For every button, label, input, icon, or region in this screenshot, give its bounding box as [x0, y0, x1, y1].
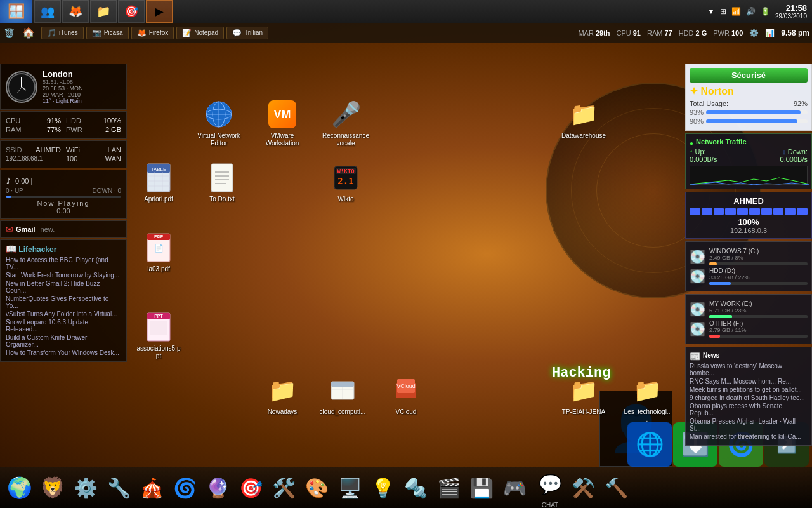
window-firefox[interactable]: 🦊 Firefox	[131, 27, 174, 39]
icon-associations[interactable]: PPT associations5.ppt	[133, 311, 184, 361]
window-picasa[interactable]: 📷 Picasa	[86, 27, 129, 39]
nt-down-value: 0.000B/s	[780, 156, 808, 163]
icon-nowadays[interactable]: 📁 Nowadays	[257, 375, 308, 417]
icon-reconnaissance[interactable]: 🎤 Reconnaissancevocale	[320, 98, 371, 148]
icon-ia03[interactable]: PDF 📄 ia03.pdf	[133, 232, 184, 274]
clock-info: London 51.51, -1.08 20.58.53 · MON 29 MA…	[43, 69, 83, 104]
analog-clock	[6, 71, 37, 103]
gmail-icon: ✉	[6, 224, 13, 234]
news-item-1[interactable]: RNC Says M... Moscow hom... Re...	[690, 378, 808, 385]
news-item-2[interactable]: Meek turns in petitions to get on ballot…	[690, 386, 808, 393]
dock-tools-1[interactable]: ⚒️	[566, 471, 599, 505]
dock-item-11[interactable]: 💡	[366, 471, 399, 505]
lh-item-3[interactable]: NumberQuotes Gives Perspective to Yo...	[6, 295, 121, 309]
dock-item-12[interactable]: 🔩	[399, 471, 432, 505]
start-button[interactable]: 🪟	[0, 0, 32, 23]
lh-item-4[interactable]: vSubst Turns Any Folder into a Virtual..…	[6, 311, 121, 318]
news-item-4[interactable]: Obama plays recess with Senate Repub...	[690, 403, 808, 417]
icon-todo[interactable]: To Do.txt	[197, 162, 247, 204]
dock-item-6[interactable]: 🔮	[201, 471, 234, 505]
icon-wikto[interactable]: W!KTO 2.1 Wikto	[320, 162, 371, 204]
news-item-6[interactable]: Man arrested for threatening to kill Ca.…	[690, 433, 808, 440]
ahmed-pct: 100%	[690, 217, 808, 227]
norton-usage-value: 92%	[794, 100, 808, 107]
disk-size-c: 2.49 GB / 8%	[709, 255, 808, 261]
dock-item-15[interactable]: 🎮	[498, 471, 531, 505]
disk-widget: 💽 WINDOWS 7 (C:) 2.49 GB / 8% 💽 HDD (D:)…	[685, 241, 812, 291]
ahmed-widget: AHMED 100% 192.168.0.3	[685, 192, 812, 239]
disk-size-e: 5.71 GB / 23%	[709, 307, 808, 314]
disk-row-hdd: 💽 HDD (D:) 33.26 GB / 22%	[690, 267, 808, 285]
taskbar-player[interactable]: ▶	[146, 0, 173, 23]
dock-item-0[interactable]: 🌍	[3, 471, 36, 505]
system-stats-bar: MAR 29th CPU 91 RAM 77 HDD 2 G PWR 100 ⚙…	[578, 29, 812, 37]
nt-up-value: 0.000B/s	[690, 156, 717, 163]
lh-item-2[interactable]: New in Better Gmail 2: Hide Buzz Coun...	[6, 280, 121, 294]
taskbar-explorer[interactable]: 📁	[90, 0, 117, 23]
stat-settings-icon[interactable]: ⚙️	[749, 29, 759, 37]
news-icon: 📰	[690, 351, 700, 361]
sys-cpu-label: CPU	[6, 117, 20, 124]
gmail-widget[interactable]: ✉ Gmail new.	[0, 220, 127, 238]
dock-item-13[interactable]: 🎬	[432, 471, 465, 505]
disk-name-c: WINDOWS 7 (C:)	[709, 248, 808, 255]
dock-tools-2[interactable]: 🔨	[599, 471, 632, 505]
dock-item-8[interactable]: 🛠️	[267, 471, 300, 505]
dock-chat-button[interactable]: 💬	[534, 467, 566, 502]
icon-virtual-network[interactable]: Virtual NetworkEditor	[193, 98, 244, 148]
window-trillian[interactable]: 💬 Trillian	[226, 27, 268, 39]
disk-icon-c: 💽	[690, 249, 705, 264]
music-note-icon: ♪	[6, 174, 11, 187]
window-notepad[interactable]: 📝 Notepad	[176, 27, 224, 39]
sys-ram-value: 77%	[47, 126, 61, 133]
dock-item-3[interactable]: 🔧	[102, 471, 135, 505]
icon-apriori[interactable]: TABLE Apriori.pdf	[133, 162, 184, 204]
window-itunes[interactable]: 🎵 iTunes	[41, 27, 84, 39]
disk-icon-e: 💽	[690, 302, 705, 317]
icon-vcloud[interactable]: VCloud VCloud	[381, 375, 431, 417]
icon-cloud-label: cloud_computi...	[318, 408, 368, 417]
news-widget: 📰 News Russia vows to 'destroy' Moscow b…	[685, 347, 812, 446]
taskbar-messenger[interactable]: 👥	[34, 0, 61, 23]
ahmed-bar	[690, 208, 808, 215]
disk-row-windows: 💽 WINDOWS 7 (C:) 2.49 GB / 8%	[690, 248, 808, 265]
icon-vmware[interactable]: VM VMwareWorkstation	[257, 98, 308, 148]
right-sidebar: Sécurisé ✦ Norton Total Usage: 92% 93% 9…	[685, 64, 812, 446]
lh-item-0[interactable]: How to Access the BBC iPlayer (and TV...	[6, 257, 121, 271]
network-widget: SSID AHMED 192.168.68.1 WiFi LAN 100 WAN	[0, 140, 127, 168]
gmail-new: new.	[41, 225, 55, 233]
norton-secure-button[interactable]: Sécurisé	[690, 68, 808, 83]
stat-ram: RAM 77	[647, 29, 672, 37]
news-item-5[interactable]: Obama Presses Afghan Leader · Wall St...	[690, 418, 808, 432]
disk-row-mywork: 💽 MY WORK (E:) 5.71 GB / 23%	[690, 300, 808, 318]
dock-item-9[interactable]: 🎨	[300, 471, 333, 505]
dock-item-2[interactable]: ⚙️	[69, 471, 102, 505]
dock-item-1[interactable]: 🦁	[36, 471, 69, 505]
download-icon-1[interactable]: 🌐	[627, 422, 672, 467]
lh-item-7[interactable]: How to Transform Your Windows Desk...	[6, 349, 121, 356]
dock-item-4[interactable]: 🎪	[135, 471, 168, 505]
taskbar-presentation[interactable]: 🎯	[118, 0, 145, 23]
news-item-0[interactable]: Russia vows to 'destroy' Moscow bombe...	[690, 363, 808, 377]
stat-graph-icon: 📊	[765, 29, 775, 37]
lh-item-6[interactable]: Build a Custom Knife Drawer Organizer...	[6, 334, 121, 348]
dock-item-5[interactable]: 🌀	[168, 471, 201, 505]
icon-datawarehouse[interactable]: 📁 Datawarehouse	[558, 98, 609, 140]
lh-item-1[interactable]: Start Work Fresh Tomorrow by Slaying...	[6, 272, 121, 279]
icon-les-techno[interactable]: 📁 Les_technologi...	[622, 375, 672, 424]
clock-date2: 29 MAR · 2010	[43, 91, 83, 98]
disk-name-f: OTHER (F:)	[709, 320, 808, 327]
stat-time: 9.58 pm	[781, 29, 809, 37]
norton-widget: Sécurisé ✦ Norton Total Usage: 92% 93% 9…	[685, 64, 812, 131]
dock-item-7[interactable]: 🎯	[234, 471, 267, 505]
icon-vmware-label: VMwareWorkstation	[264, 131, 301, 148]
taskbar-right: ▼ ⊞ 📶 🔊 🔋 21:58 29/03/2010	[707, 3, 812, 20]
network-traffic-widget: ● Network Traffic ↑ Up: ↓ Down: 0.000B/s…	[685, 133, 812, 189]
icon-cloud-computing[interactable]: cloud_computi...	[317, 375, 368, 417]
taskbar-firefox[interactable]: 🦊	[62, 0, 89, 23]
dock-item-14[interactable]: 💾	[465, 471, 498, 505]
dock-item-10[interactable]: 🖥️	[333, 471, 366, 505]
news-item-3[interactable]: 9 charged in death of South Hadley tee..…	[690, 394, 808, 401]
now-playing-label: Now Playing	[6, 199, 121, 207]
lh-item-5[interactable]: Snow Leopard 10.6.3 Update Released...	[6, 319, 121, 333]
